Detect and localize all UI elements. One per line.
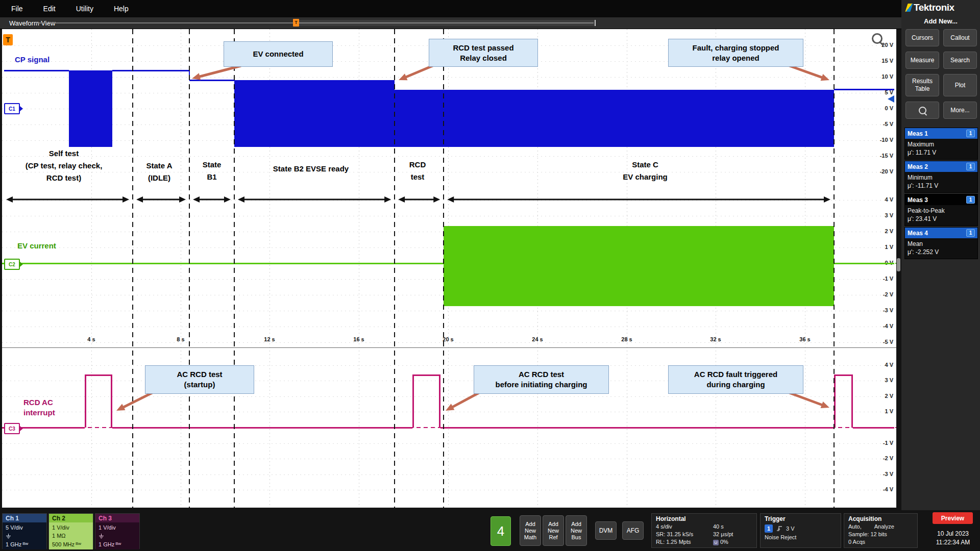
voltage-axis-label: -3 V (863, 471, 893, 477)
callout-ev-connected[interactable]: EV connected (224, 41, 333, 67)
callout-arrow (788, 392, 823, 405)
voltage-axis-label: -4 V (863, 323, 893, 329)
trigger-mode: Noise Reject (765, 534, 796, 540)
phase-duration-arrow-head (193, 196, 200, 203)
ground-coupling-icon (6, 534, 11, 539)
rising-edge-slope-icon (776, 525, 783, 532)
time-axis-label: 36 s (799, 336, 810, 342)
bandwidth-badge: Bw (76, 541, 81, 546)
horizontal-pan-track[interactable]: T (36, 22, 594, 24)
measurement-type: Mean (908, 240, 975, 248)
cp-waveform-segment (189, 80, 234, 81)
callout-ac-rcd-test-startup[interactable]: AC RCD test (startup) (145, 365, 254, 394)
grid-line-horizontal (2, 200, 896, 201)
voltage-axis-label: 1 V (863, 408, 893, 414)
acquisition-panel[interactable]: Acquisition Auto, Analyze Sample: 12 bit… (844, 513, 918, 548)
cursors-button[interactable]: Cursors (905, 29, 939, 46)
measurement-badge-1[interactable]: Meas 1 1 Maximum μ': 11.71 V (904, 128, 978, 160)
channel-3-badge[interactable]: Ch 3 1 V/div 1 GHzBw (95, 513, 140, 549)
callout-fault-charging-stopped[interactable]: Fault, charging stopped relay opened (668, 39, 803, 67)
horizontal-panel-title: Horizontal (652, 514, 756, 523)
channel-bandwidth: 1 GHz (6, 541, 21, 547)
callout-text: relay opened (712, 53, 760, 63)
phase-duration-arrow-head (238, 196, 244, 203)
cp-waveform-pwm-block (69, 70, 112, 146)
oscilloscope-app: File Edit Utility Help Waveform View T T… (0, 0, 980, 551)
measurement-header: Meas 2 1 (905, 161, 977, 172)
measurement-badge-4[interactable]: Meas 4 1 Mean μ': -2.252 V (904, 227, 978, 259)
trigger-panel[interactable]: Trigger 1 3 V Noise Reject (760, 513, 841, 548)
phase-duration-arrow-head (6, 196, 13, 203)
trigger-level-arrow-icon[interactable] (888, 95, 894, 103)
callout-text: AC RCD fault triggered (694, 369, 777, 380)
dvm-button[interactable]: DVM (595, 521, 617, 540)
add-new-ref-button[interactable]: AddNewRef (543, 515, 564, 546)
channel-1-badge[interactable]: Ch 1 5 V/div 1 GHzBw (2, 513, 47, 549)
channel-2-settings: 1 V/div 1 MΩ 500 MHzBw (49, 522, 93, 549)
grid-line-horizontal (2, 327, 896, 327)
results-table-button[interactable]: Results Table (905, 74, 939, 96)
cp-signal-label: CP signal (15, 55, 50, 65)
zoom-tool-button[interactable] (905, 102, 939, 119)
horizontal-panel[interactable]: Horizontal 4 s/div 40 s SR: 31.25 kS/s 3… (651, 513, 757, 548)
voltage-axis-label: -2 V (863, 455, 893, 461)
pan-track-handle[interactable] (297, 20, 596, 26)
measure-button[interactable]: Measure (905, 52, 939, 69)
channel-3-tag[interactable]: C3 (4, 423, 20, 434)
callout-button[interactable]: Callout (943, 29, 977, 46)
acquisition-panel-title: Acquisition (844, 514, 917, 523)
plot-button[interactable]: Plot (943, 74, 977, 96)
rcd-test-pulse (85, 374, 112, 428)
acquisition-count: 0 Acqs (848, 539, 865, 545)
trigger-position-flag[interactable]: T (293, 19, 299, 27)
channel-1-tag[interactable]: C1 (4, 103, 20, 114)
grid-line-vertical (181, 29, 181, 508)
channel-4-button[interactable]: 4 (491, 516, 511, 546)
menu-utility[interactable]: Utility (76, 5, 93, 13)
measurement-badge-2[interactable]: Meas 2 1 Minimum μ': -11.71 V (904, 161, 978, 193)
cp-waveform-pwm-block (395, 90, 834, 147)
callout-rcd-test-passed[interactable]: RCD test passed Relay closed (429, 39, 538, 67)
time-axis-label: 28 s (621, 336, 632, 342)
measurement-body: Maximum μ': 11.71 V (905, 139, 977, 159)
channel-scale: 1 V/div (52, 523, 93, 532)
add-new-bus-button[interactable]: AddNewBus (566, 515, 587, 546)
channel-2-tag[interactable]: C2 (4, 259, 20, 270)
preview-button[interactable]: Preview (933, 512, 973, 524)
callout-arrow-head (821, 402, 829, 408)
trigger-source-badge[interactable]: T (3, 34, 13, 45)
measurement-body: Mean μ': -2.252 V (905, 238, 977, 259)
grid-line-horizontal (2, 459, 896, 459)
rcd-label-line: interrupt (23, 408, 55, 418)
rcd-baseline-segment (853, 427, 894, 429)
menu-edit[interactable]: Edit (43, 5, 56, 13)
menu-file[interactable]: File (11, 5, 23, 13)
callout-text: before initiating charging (495, 380, 587, 390)
more-button[interactable]: More... (943, 102, 977, 119)
phase-duration-arrow-head (433, 196, 440, 203)
bandwidth-badge: Bw (22, 541, 28, 546)
measurement-source-badge: 1 (966, 229, 975, 237)
channel-2-badge[interactable]: Ch 2 1 V/div 1 MΩ 500 MHzBw (48, 513, 93, 549)
phase-duration-arrow-head (224, 196, 231, 203)
measurement-type: Minimum (908, 173, 975, 182)
trigger-level: 3 V (786, 525, 795, 532)
acquisition-analyze: Analyze (874, 523, 894, 530)
tektronix-logo-text: Tektronix (914, 2, 954, 13)
channel-impedance: 1 MΩ (52, 532, 93, 540)
search-button[interactable]: Search (943, 52, 977, 69)
callout-arrow (405, 65, 434, 78)
zoom-magnifier-icon[interactable] (872, 33, 883, 44)
callout-ac-rcd-fault-triggered[interactable]: AC RCD fault triggered during charging (668, 365, 803, 394)
add-new-math-button[interactable]: AddNewMath (520, 515, 541, 546)
afg-button[interactable]: AFG (622, 521, 644, 540)
callout-text: AC RCD test (519, 369, 564, 380)
callout-arrow-head (116, 404, 125, 411)
time-axis-label: 24 s (532, 336, 543, 342)
tektronix-logo: Tektronix (906, 2, 978, 13)
measurement-badge-3[interactable]: Meas 3 1 Peak-to-Peak μ': 23.41 V (904, 194, 978, 226)
waveform-view-titlebar: Waveform View T (0, 17, 901, 29)
callout-ac-rcd-test-before-charging[interactable]: AC RCD test before initiating charging (474, 365, 609, 394)
plot-scrollbar-handle[interactable] (897, 258, 900, 271)
menu-help[interactable]: Help (114, 5, 129, 13)
